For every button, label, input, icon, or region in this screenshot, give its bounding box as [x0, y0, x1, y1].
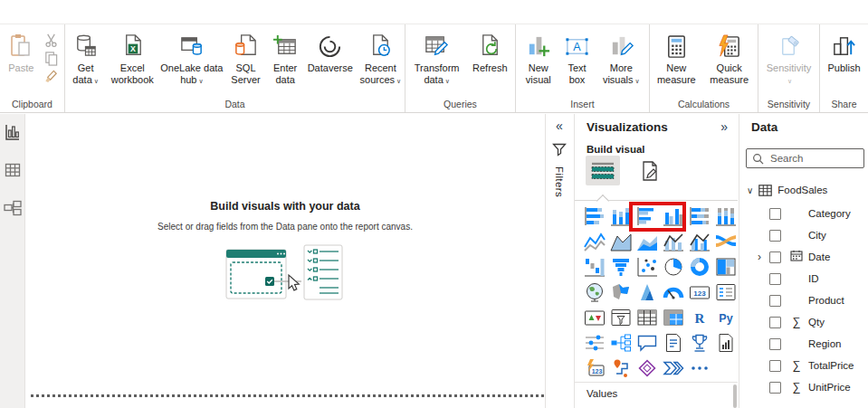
- field-row-product[interactable]: Product: [739, 289, 868, 311]
- sql-server-icon: [233, 33, 259, 60]
- visual-stacked-area-chart[interactable]: [634, 229, 660, 254]
- transform-data-icon: [424, 33, 450, 60]
- visual-matrix[interactable]: [660, 305, 686, 330]
- table-row-foodsales[interactable]: ∨ FoodSales: [739, 179, 868, 201]
- field-checkbox[interactable]: [769, 360, 781, 372]
- field-row-city[interactable]: City: [739, 224, 868, 246]
- visual-stacked-bar-chart[interactable]: [581, 204, 607, 229]
- expand-chevron-icon[interactable]: ›: [758, 251, 769, 263]
- chevron-down-icon[interactable]: ∨: [747, 185, 753, 195]
- visual-pie-chart[interactable]: [660, 254, 686, 280]
- visual-scatter-chart[interactable]: [634, 254, 660, 280]
- visual-treemap[interactable]: [712, 254, 739, 280]
- format-painter-button[interactable]: [43, 69, 61, 84]
- get-data-button[interactable]: Get data∨: [66, 30, 106, 87]
- cut-button[interactable]: [43, 33, 61, 48]
- enter-data-button[interactable]: Enter data: [267, 30, 303, 85]
- visual-table[interactable]: [634, 305, 660, 330]
- field-row-category[interactable]: Category: [739, 203, 868, 224]
- visual-power-automate[interactable]: [660, 356, 686, 381]
- dataverse-button[interactable]: Dataverse: [304, 30, 357, 74]
- visual-map[interactable]: [581, 280, 607, 305]
- visual-line-and-clustered-column-chart[interactable]: [686, 229, 712, 254]
- visual-waterfall-chart[interactable]: [581, 254, 607, 280]
- report-view-button[interactable]: [4, 123, 22, 141]
- transform-data-button[interactable]: Transform data∨: [409, 30, 465, 87]
- report-canvas[interactable]: Build visuals with your data Select or d…: [26, 114, 544, 408]
- visual-azure-map[interactable]: [634, 280, 660, 305]
- excel-workbook-button[interactable]: X Excel workbook: [106, 30, 158, 85]
- onelake-icon: [178, 33, 205, 60]
- visual-stacked-column-chart[interactable]: [607, 204, 634, 229]
- field-row-region[interactable]: Region: [739, 333, 868, 355]
- sql-server-button[interactable]: SQL Server: [225, 30, 267, 85]
- search-input[interactable]: [768, 152, 855, 165]
- publish-button[interactable]: Publish: [824, 30, 865, 74]
- paste-button[interactable]: Paste: [4, 30, 38, 74]
- field-row-unitprice[interactable]: ∑UnitPrice: [739, 376, 868, 398]
- visual-line-chart[interactable]: [581, 229, 607, 254]
- field-checkbox[interactable]: [769, 295, 781, 307]
- visual-gauge[interactable]: [660, 280, 686, 305]
- visual-hundred-percent-stacked-bar-chart[interactable]: [686, 204, 712, 229]
- visual-slicer-new[interactable]: [607, 356, 634, 381]
- field-row-date[interactable]: ›Date: [739, 246, 868, 268]
- quick-measure-button[interactable]: Quick measure: [703, 30, 756, 85]
- field-checkbox[interactable]: [769, 273, 781, 285]
- visual-key-influencers[interactable]: [581, 330, 607, 356]
- visual-decomposition-tree[interactable]: [607, 330, 634, 356]
- more-visuals-button[interactable]: More visuals∨: [597, 30, 644, 87]
- field-row-totalprice[interactable]: ∑TotalPrice: [739, 355, 868, 376]
- visual-slicer[interactable]: [607, 305, 634, 330]
- clipboard-small-buttons: [43, 30, 61, 84]
- field-checkbox[interactable]: [769, 317, 781, 328]
- visual-get-more-visuals[interactable]: [686, 356, 712, 381]
- field-row-id[interactable]: ID: [739, 268, 868, 289]
- field-checkbox[interactable]: [769, 338, 781, 350]
- table-view-button[interactable]: [4, 161, 22, 179]
- visualizations-scrollbar[interactable]: [733, 384, 737, 408]
- visual-ribbon-chart[interactable]: [712, 229, 739, 254]
- tab-build-visual[interactable]: [586, 156, 620, 185]
- visual-q-and-a[interactable]: [634, 330, 660, 356]
- new-visual-button[interactable]: New visual: [520, 30, 557, 85]
- refresh-button[interactable]: Refresh: [468, 30, 511, 74]
- visual-card[interactable]: 123: [686, 280, 712, 305]
- tab-format-visual[interactable]: [634, 156, 665, 185]
- field-row-qty[interactable]: ∑Qty: [739, 311, 868, 333]
- visual-multi-row-card[interactable]: [712, 280, 739, 305]
- collapse-visualizations-button[interactable]: »: [720, 119, 728, 134]
- visual-r-script-visual[interactable]: R: [686, 305, 712, 330]
- field-checkbox[interactable]: [769, 382, 781, 394]
- visual-smart-narrative[interactable]: [660, 330, 686, 356]
- onelake-data-hub-button[interactable]: OneLake data hub∨: [159, 30, 224, 87]
- field-checkbox[interactable]: [769, 230, 781, 242]
- visual-hundred-percent-stacked-column-chart[interactable]: [712, 204, 739, 229]
- visual-clustered-column-chart[interactable]: [660, 204, 686, 229]
- model-view-button[interactable]: [4, 199, 22, 217]
- visual-python-visual[interactable]: Py: [712, 305, 739, 330]
- expand-filters-button[interactable]: «: [556, 119, 563, 133]
- visual-card-new[interactable]: 123: [581, 356, 607, 381]
- visual-kpi[interactable]: [581, 305, 607, 330]
- new-measure-button[interactable]: New measure: [652, 30, 701, 85]
- visual-clustered-bar-chart[interactable]: [634, 204, 660, 229]
- field-checkbox[interactable]: [769, 251, 781, 263]
- data-search-box[interactable]: [746, 148, 864, 168]
- field-checkbox[interactable]: [769, 208, 781, 220]
- visual-metrics[interactable]: [686, 330, 712, 356]
- visual-line-and-stacked-column-chart[interactable]: [660, 229, 686, 254]
- visual-funnel-chart[interactable]: [607, 254, 634, 280]
- search-icon: [752, 153, 764, 165]
- visual-power-apps[interactable]: [634, 356, 660, 381]
- group-label-calculations: Calculations: [650, 99, 758, 109]
- copy-button[interactable]: [43, 51, 61, 66]
- sensitivity-button[interactable]: Sensitivity∨: [762, 30, 816, 87]
- visual-area-chart[interactable]: [607, 229, 634, 254]
- text-box-button[interactable]: A Text box: [561, 30, 594, 85]
- visual-donut-chart[interactable]: [686, 254, 712, 280]
- visual-filled-map[interactable]: [607, 280, 634, 305]
- recent-sources-button[interactable]: Recent sources∨: [357, 30, 404, 87]
- filters-funnel-icon[interactable]: [552, 143, 567, 158]
- visual-paginated-report[interactable]: [712, 330, 739, 356]
